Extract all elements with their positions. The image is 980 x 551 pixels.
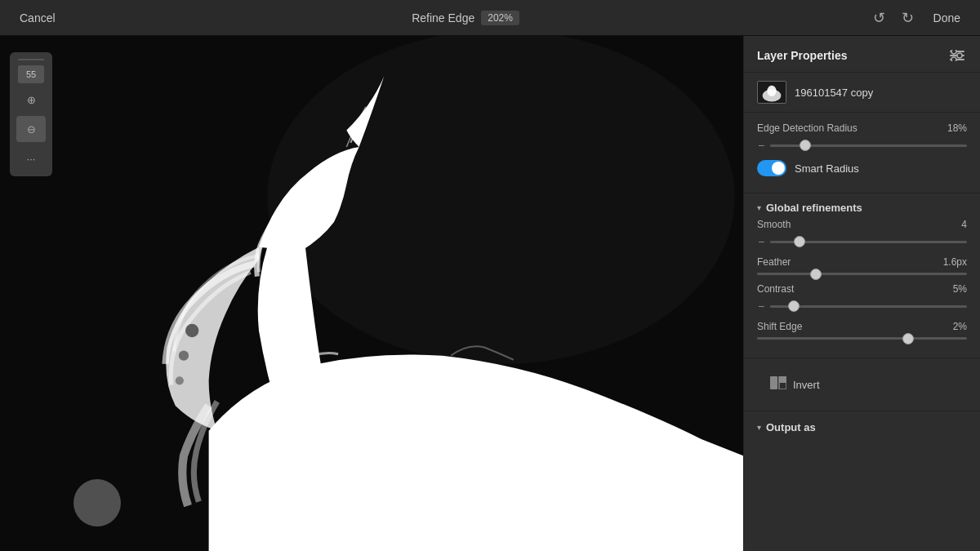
undo-button[interactable]: ↺ [870,7,889,29]
done-button[interactable]: Done [927,8,967,28]
smooth-minus-icon: − [757,235,765,248]
zoom-level[interactable]: 202% [481,11,519,25]
svg-rect-14 [770,376,777,389]
contrast-label: Contrast [757,283,794,295]
smooth-thumb[interactable] [794,236,805,247]
global-refinements-section: ▾ Global refinements Smooth 4 − [744,193,980,358]
feather-slider[interactable] [757,273,967,275]
ellipsis-icon: ··· [27,153,36,165]
edge-detection-label: Edge Detection Radius [757,122,858,134]
main-area: 55 ⊕ ⊖ ··· Layer Properties [0,36,980,551]
brush-cursor [74,479,121,527]
global-refinements-label: Global refinements [766,202,862,214]
panel-header: Layer Properties [744,36,980,73]
feather-track[interactable] [757,273,967,275]
invert-svg-icon [770,376,786,389]
shift-edge-label: Shift Edge [757,321,802,332]
smart-radius-toggle[interactable] [757,160,786,176]
smooth-slider[interactable]: − [757,235,967,248]
edge-detection-value: 18% [947,122,967,134]
canvas-image [0,36,743,551]
refine-edge-title: Refine Edge [412,11,474,24]
topbar-right: ↺ ↻ Done [870,7,967,29]
canvas-area[interactable]: 55 ⊕ ⊖ ··· [0,36,743,551]
invert-button[interactable]: Invert [770,371,820,398]
contrast-track[interactable] [770,305,967,308]
svg-point-3 [179,351,189,361]
panel-options-button[interactable] [947,46,967,65]
topbar: Cancel Refine Edge 202% ↺ ↻ Done [0,0,980,36]
smooth-track[interactable] [770,241,967,243]
shift-edge-thumb[interactable] [902,333,914,344]
brush-size-display[interactable]: 55 [18,65,44,83]
edge-detection-row: Edge Detection Radius 18% [757,122,967,134]
slider-minus-icon: − [757,139,765,152]
feather-label: Feather [757,256,791,268]
edge-detection-slider[interactable]: − [757,139,967,152]
redo-button[interactable]: ↻ [898,7,917,29]
topbar-left: Cancel [13,8,62,28]
feather-row: Feather 1.6px [757,256,967,268]
minus-icon: ⊖ [27,123,36,136]
toggle-knob [772,162,785,175]
svg-point-4 [176,376,184,384]
global-refinements-content: Smooth 4 − Feather 1.6px [744,219,980,358]
smooth-label: Smooth [757,219,791,230]
layer-name: 196101547 copy [795,87,873,99]
tool-divider [18,59,44,60]
invert-section: Invert [744,358,980,411]
edge-detection-thumb[interactable] [800,140,811,151]
svg-point-2 [185,324,198,337]
add-tool-button[interactable]: ⊕ [16,87,46,113]
feather-value: 1.6px [943,256,967,268]
plus-icon: ⊕ [27,94,36,106]
svg-point-8 [951,50,956,54]
svg-point-9 [957,53,962,58]
feather-thumb[interactable] [810,269,822,280]
shift-edge-fill [757,337,908,340]
contrast-slider[interactable]: − [757,300,967,313]
layer-info: 196101547 copy [744,73,980,113]
invert-label: Invert [793,379,820,391]
invert-icon [770,376,786,393]
contrast-value: 5% [953,283,967,295]
subtract-tool-button[interactable]: ⊖ [16,116,46,142]
svg-rect-16 [779,376,786,383]
layer-thumbnail [757,81,786,104]
panel-title: Layer Properties [757,49,848,62]
feather-fill [757,273,816,275]
tools-sidebar: 55 ⊕ ⊖ ··· [10,52,52,176]
topbar-center: Refine Edge 202% [412,11,519,25]
smart-radius-row: Smart Radius [757,160,967,176]
more-tools-button[interactable]: ··· [16,145,46,171]
shift-edge-track[interactable] [757,337,967,340]
edge-detection-section: Edge Detection Radius 18% − Smart Radius [744,113,980,193]
global-refinements-header[interactable]: ▾ Global refinements [744,193,980,219]
right-panel: Layer Properties [743,36,980,551]
shift-edge-row: Shift Edge 2% [757,321,967,332]
edge-detection-track[interactable] [770,144,967,147]
contrast-thumb[interactable] [788,300,800,312]
output-label: Output as [766,421,816,433]
output-section-header[interactable]: ▾ Output as [744,411,980,438]
shift-edge-value: 2% [953,321,967,332]
cancel-button[interactable]: Cancel [13,8,62,28]
smooth-row: Smooth 4 [757,219,967,230]
contrast-row: Contrast 5% [757,283,967,295]
settings-icon [950,50,964,61]
shift-edge-slider[interactable] [757,337,967,340]
smooth-value: 4 [961,219,967,230]
svg-point-13 [767,86,776,96]
chevron-down-icon: ▾ [757,203,761,212]
smart-radius-label: Smart Radius [795,162,859,175]
svg-point-10 [951,57,956,61]
contrast-minus-icon: − [757,300,765,313]
output-chevron-icon: ▾ [757,423,761,432]
